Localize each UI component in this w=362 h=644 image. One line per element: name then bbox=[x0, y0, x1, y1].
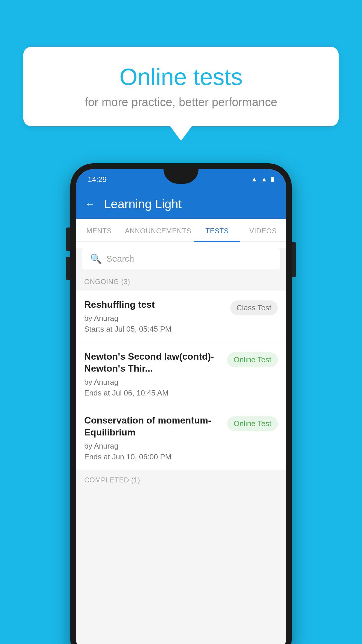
vol-button-up bbox=[66, 228, 70, 251]
wifi-icon: ▲ bbox=[251, 176, 257, 183]
section-completed-label: COMPLETED (1) bbox=[76, 470, 286, 487]
test-badge-2: Online Test bbox=[227, 352, 278, 367]
tab-videos[interactable]: VIDEOS bbox=[240, 219, 286, 242]
search-icon: 🔍 bbox=[90, 253, 102, 264]
signal-icon: ▲ bbox=[261, 176, 267, 183]
test-card-info-2: Newton's Second law(contd)-Newton's Thir… bbox=[84, 351, 227, 398]
search-placeholder: Search bbox=[106, 254, 134, 264]
tab-ments[interactable]: MENTS bbox=[76, 219, 122, 242]
phone-notch bbox=[164, 169, 198, 184]
back-button[interactable]: ← bbox=[85, 198, 95, 210]
section-ongoing-label: ONGOING (3) bbox=[76, 270, 286, 290]
test-card-reshuffling[interactable]: Reshuffling test by Anurag Starts at Jul… bbox=[76, 290, 286, 342]
status-time: 14:29 bbox=[88, 175, 107, 184]
vol-button-down bbox=[66, 257, 70, 280]
test-name-3: Conservation of momentum-Equilibrium bbox=[84, 414, 221, 439]
test-name-1: Reshuffling test bbox=[84, 299, 224, 311]
test-badge-1: Class Test bbox=[230, 300, 278, 315]
phone-mockup: 14:29 ▲ ▲ ▮ ← Learning Light MENTS bbox=[70, 163, 292, 644]
test-time-3: Ends at Jun 10, 06:00 PM bbox=[84, 452, 221, 461]
test-card-info: Reshuffling test by Anurag Starts at Jul… bbox=[84, 299, 230, 334]
app-bar: ← Learning Light bbox=[76, 190, 286, 219]
search-bar[interactable]: 🔍 Search bbox=[82, 248, 280, 270]
test-card-conservation[interactable]: Conservation of momentum-Equilibrium by … bbox=[76, 406, 286, 470]
content-area: 🔍 Search ONGOING (3) Reshuffling test by… bbox=[76, 248, 286, 644]
status-icons: ▲ ▲ ▮ bbox=[251, 176, 274, 183]
tab-tests[interactable]: TESTS bbox=[194, 219, 240, 242]
test-time-2: Ends at Jul 06, 10:45 AM bbox=[84, 388, 221, 398]
test-badge-3: Online Test bbox=[227, 416, 278, 431]
phone-frame: 14:29 ▲ ▲ ▮ ← Learning Light MENTS bbox=[70, 163, 292, 644]
test-by-2: by Anurag bbox=[84, 378, 221, 387]
status-bar: 14:29 ▲ ▲ ▮ bbox=[76, 169, 286, 190]
tab-announcements[interactable]: ANNOUNCEMENTS bbox=[122, 219, 194, 242]
test-by-3: by Anurag bbox=[84, 442, 221, 451]
bubble-subtitle: for more practice, better performance bbox=[47, 96, 315, 109]
test-time-1: Starts at Jul 05, 05:45 PM bbox=[84, 325, 224, 334]
test-by-1: by Anurag bbox=[84, 314, 224, 323]
test-card-newton[interactable]: Newton's Second law(contd)-Newton's Thir… bbox=[76, 342, 286, 406]
test-card-info-3: Conservation of momentum-Equilibrium by … bbox=[84, 414, 227, 461]
phone-screen: 14:29 ▲ ▲ ▮ ← Learning Light MENTS bbox=[76, 169, 286, 644]
test-name-2: Newton's Second law(contd)-Newton's Thir… bbox=[84, 351, 221, 375]
battery-icon: ▮ bbox=[271, 176, 274, 183]
power-button bbox=[292, 242, 296, 277]
bubble-title: Online tests bbox=[47, 64, 315, 90]
app-title: Learning Light bbox=[104, 197, 182, 211]
tab-bar: MENTS ANNOUNCEMENTS TESTS VIDEOS bbox=[76, 219, 286, 242]
promo-bubble: Online tests for more practice, better p… bbox=[23, 47, 339, 126]
